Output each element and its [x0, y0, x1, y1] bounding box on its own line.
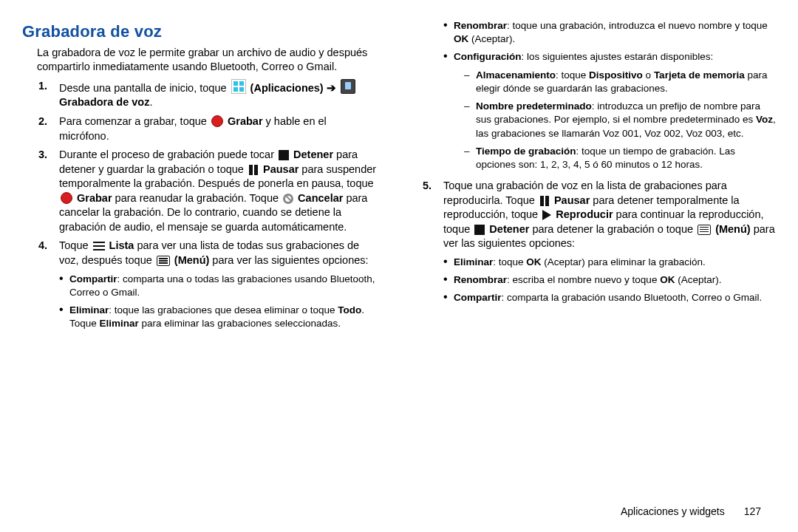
pause-icon [248, 165, 259, 175]
list-icon [93, 241, 105, 251]
record-icon [61, 192, 72, 204]
opt5-compartir: Compartir: comparta la grabación usando … [443, 291, 776, 304]
menu-icon [698, 225, 711, 235]
opt-configuracion: Configuración: los siguientes ajustes es… [443, 50, 776, 171]
step-1: Desde una pantalla de inicio, toque (Apl… [37, 79, 377, 110]
opt5-eliminar: Eliminar: toque OK (Aceptar) para elimin… [443, 256, 776, 269]
cancel-icon [283, 194, 293, 204]
left-column: Grabadora de voz La grabadora de voz le … [22, 15, 399, 525]
steps-list-cont: Toque una grabación de voz en la lista d… [421, 179, 776, 304]
page-number: 127 [744, 505, 761, 517]
step4-options: Compartir: comparta una o todas las grab… [59, 273, 377, 331]
step-3: Durante el proceso de grabación puede to… [37, 148, 377, 234]
step-2: Para comenzar a grabar, toque Grabar y h… [37, 115, 377, 143]
intro-paragraph: La grabadora de voz le permite grabar un… [37, 46, 377, 75]
opt-compartir: Compartir: comparta una o todas las grab… [59, 273, 377, 299]
footer-section-name: Aplicaciones y widgets [621, 505, 725, 517]
opt5-renombrar: Renombrar: escriba el nombre nuevo y toq… [443, 273, 776, 287]
apps-icon [231, 79, 246, 94]
play-icon [542, 210, 551, 220]
opt-eliminar: Eliminar: toque las grabaciones que dese… [59, 304, 377, 330]
stop-icon [474, 225, 485, 235]
cfg-nombre-predeterminado: Nombre predeterminado: introduzca un pre… [464, 100, 776, 140]
cfg-tiempo-grabacion: Tiempo de grabación: toque un tiempo de … [464, 145, 776, 171]
right-column: Renombrar: toque una grabación, introduz… [399, 15, 776, 525]
menu-icon [157, 256, 170, 266]
step4-options-cont: Renombrar: toque una grabación, introduz… [406, 19, 776, 171]
manual-page: Grabadora de voz La grabadora de voz le … [0, 0, 798, 532]
pause-icon [539, 196, 550, 206]
config-sublist: Almacenamiento: toque Dispositivo o Tarj… [464, 69, 776, 172]
step5-options: Eliminar: toque OK (Aceptar) para elimin… [443, 256, 776, 305]
steps-list: Desde una pantalla de inicio, toque (Apl… [37, 79, 377, 331]
cfg-almacenamiento: Almacenamiento: toque Dispositivo o Tarj… [464, 69, 776, 95]
opt-renombrar: Renombrar: toque una grabación, introduz… [443, 19, 776, 46]
step-5: Toque una grabación de voz en la lista d… [421, 179, 776, 304]
record-icon [211, 115, 223, 127]
section-title: Grabadora de voz [22, 21, 377, 43]
voice-recorder-icon [341, 79, 355, 94]
step-4: Toque Lista para ver una lista de todas … [37, 239, 377, 330]
stop-icon [279, 150, 289, 160]
page-footer: Aplicaciones y widgets 127 [621, 505, 761, 519]
